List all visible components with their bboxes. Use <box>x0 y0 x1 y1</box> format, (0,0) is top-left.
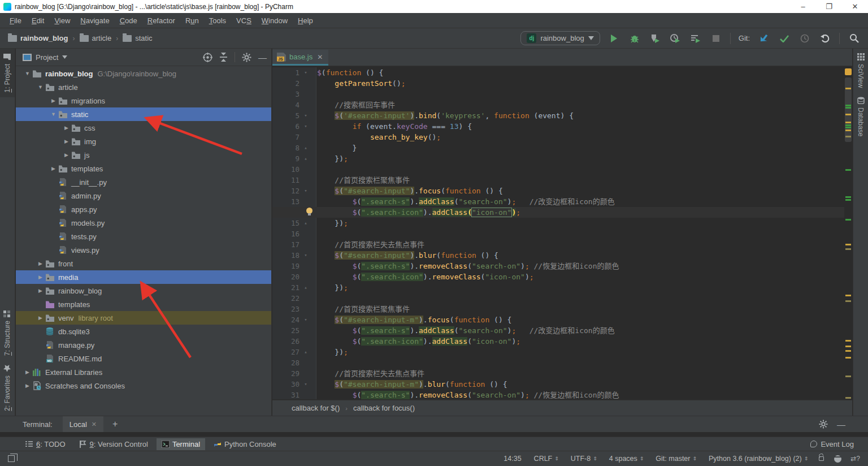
git-commit-button[interactable] <box>778 32 791 45</box>
tree-item-js[interactable]: ▶js <box>16 148 271 162</box>
terminal-tab-local[interactable]: Local ✕ <box>63 416 103 433</box>
stripe-mark[interactable] <box>845 357 851 359</box>
locate-file-icon[interactable] <box>203 53 212 62</box>
expand-arrow-icon[interactable]: ▶ <box>36 315 45 321</box>
tool-button-2-favorites[interactable]: 2: Favorites <box>0 360 15 416</box>
editor-breadcrumb[interactable]: callback for $() <box>292 404 340 412</box>
menu-window[interactable]: Window <box>257 15 293 27</box>
toolwindow-button-python-console[interactable]: Python Console <box>209 438 281 450</box>
status-14-35[interactable]: 14:35 <box>499 455 526 463</box>
tool-button-1-project[interactable]: 1: Project <box>0 49 15 97</box>
close-terminal-tab-icon[interactable]: ✕ <box>92 421 97 428</box>
tree-item-external-libraries[interactable]: ▶External Libraries <box>16 365 271 379</box>
menu-refactor[interactable]: Refactor <box>142 15 180 27</box>
tree-item-rainbow_blog[interactable]: ▼rainbow_blogG:\Django\rainbow_blog <box>16 67 271 80</box>
stripe-mark[interactable] <box>845 114 851 115</box>
unlocked-padlock-icon[interactable] <box>819 456 824 461</box>
stripe-mark[interactable] <box>845 169 851 171</box>
debug-button[interactable] <box>628 32 641 45</box>
fold-marker-icon[interactable]: ▴ <box>300 347 312 357</box>
search-everywhere-icon[interactable] <box>848 32 860 45</box>
expand-arrow-icon[interactable]: ▶ <box>23 369 32 375</box>
toolwindow-button-6-todo[interactable]: 6: TODO <box>20 438 71 450</box>
hector-inspector-icon[interactable] <box>834 455 841 463</box>
gear-icon[interactable] <box>242 53 251 62</box>
status-4-spaces[interactable]: 4 spaces⇕ <box>605 455 648 463</box>
tab-basejs[interactable]: JS base.js ✕ <box>272 50 328 66</box>
git-update-button[interactable] <box>758 32 770 45</box>
git-revert-button[interactable] <box>819 32 831 45</box>
stripe-mark[interactable] <box>845 376 851 377</box>
coverage-button[interactable] <box>649 32 661 45</box>
expand-arrow-icon[interactable]: ▶ <box>49 98 58 103</box>
tree-item-static[interactable]: ▼static <box>16 107 271 121</box>
tree-item-scratches-and-consoles[interactable]: ▶Scratches and Consoles <box>16 379 271 392</box>
tree-item-img[interactable]: ▶img <box>16 135 271 148</box>
menu-code[interactable]: Code <box>115 15 142 27</box>
fold-marker-icon[interactable]: ▾ <box>300 110 312 121</box>
collapse-arrow-icon[interactable]: ▼ <box>49 111 58 117</box>
new-terminal-session-button[interactable]: + <box>112 419 118 429</box>
tree-item-manage-py[interactable]: manage.py <box>16 338 271 352</box>
collapse-arrow-icon[interactable]: ▼ <box>36 84 45 90</box>
menu-file[interactable]: File <box>5 15 27 27</box>
toolwindow-button-9-version-control[interactable]: 9: Version Control <box>74 438 153 450</box>
hide-panel-icon[interactable]: — <box>258 53 267 62</box>
editor-gutter[interactable]: 1▾2345▾6▾78▴9▴101112▾131415▴161718▾19202… <box>272 67 316 399</box>
stripe-mark[interactable] <box>845 244 851 245</box>
tree-item-tests-py[interactable]: tests.py <box>16 230 271 243</box>
menu-help[interactable]: Help <box>293 15 318 27</box>
fold-marker-icon[interactable]: ▾ <box>300 185 312 196</box>
toolwindow-toggle-icon[interactable] <box>8 455 15 462</box>
status-utf-8[interactable]: UTF-8⇕ <box>566 455 601 463</box>
fold-marker-icon[interactable]: ▾ <box>300 121 312 132</box>
stripe-mark[interactable] <box>845 88 851 89</box>
terminal-content[interactable] <box>0 432 868 437</box>
menu-vcs[interactable]: VCS <box>231 15 257 27</box>
fold-marker-icon[interactable]: ▾ <box>300 379 312 390</box>
minimize-button[interactable]: – <box>790 0 816 13</box>
git-history-button[interactable] <box>798 32 811 45</box>
expand-arrow-icon[interactable]: ▶ <box>23 383 32 389</box>
toolwindow-button-event-log[interactable]: Event Log <box>805 438 859 450</box>
error-stripe-scrollbar[interactable] <box>844 67 852 399</box>
tree-item-templates[interactable]: templates <box>16 297 271 311</box>
fold-marker-icon[interactable]: ▾ <box>300 314 312 325</box>
close-button[interactable]: ✕ <box>842 0 868 13</box>
run-configuration-selector[interactable]: dj rainbow_blog <box>520 31 600 45</box>
stripe-mark[interactable] <box>845 127 851 128</box>
expand-arrow-icon[interactable]: ▶ <box>62 125 71 131</box>
expand-arrow-icon[interactable]: ▶ <box>49 166 58 171</box>
stripe-mark[interactable] <box>845 295 851 296</box>
background-tasks-icon[interactable]: ⇄? <box>850 455 860 463</box>
tree-item-media[interactable]: ▶media <box>16 270 271 284</box>
fold-marker-icon[interactable]: ▾ <box>300 250 312 261</box>
tree-item-admin-py[interactable]: admin.py <box>16 189 271 202</box>
breadcrumb-article[interactable]: article <box>80 34 112 42</box>
tool-button-database[interactable]: Database <box>853 92 868 141</box>
gear-icon[interactable] <box>819 420 828 429</box>
tree-item-db-sqlite3[interactable]: db.sqlite3 <box>16 325 271 338</box>
collapse-arrow-icon[interactable]: ▼ <box>23 71 32 76</box>
toolwindow-button-terminal[interactable]: Terminal <box>157 438 205 450</box>
menu-run[interactable]: Run <box>180 15 204 27</box>
expand-arrow-icon[interactable]: ▶ <box>36 261 45 266</box>
stripe-mark[interactable] <box>845 124 851 126</box>
expand-arrow-icon[interactable]: ▶ <box>36 274 45 280</box>
tree-item-css[interactable]: ▶css <box>16 121 271 135</box>
status-crlf[interactable]: CRLF⇕ <box>530 455 563 463</box>
breadcrumb-rainbow_blog[interactable]: rainbow_blog <box>8 34 68 42</box>
stripe-mark[interactable] <box>845 199 851 201</box>
stripe-mark[interactable] <box>845 136 851 137</box>
tree-item-rainbow_blog[interactable]: ▶rainbow_blog <box>16 284 271 297</box>
stripe-mark[interactable] <box>845 196 851 198</box>
tool-button-sciview[interactable]: SciView <box>853 49 868 92</box>
stripe-mark[interactable] <box>845 346 851 347</box>
menu-view[interactable]: View <box>49 15 75 27</box>
fold-marker-icon[interactable]: ▴ <box>300 143 312 153</box>
tool-button-7-structure[interactable]: 7: Structure <box>0 305 15 360</box>
close-tab-icon[interactable]: ✕ <box>317 53 323 61</box>
hide-panel-icon[interactable]: — <box>837 420 845 429</box>
project-panel-title[interactable]: Project <box>36 53 58 62</box>
status-python-3-6-rainbow_blog-2-[interactable]: Python 3.6 (rainbow_blog) (2)⇕ <box>704 455 812 463</box>
